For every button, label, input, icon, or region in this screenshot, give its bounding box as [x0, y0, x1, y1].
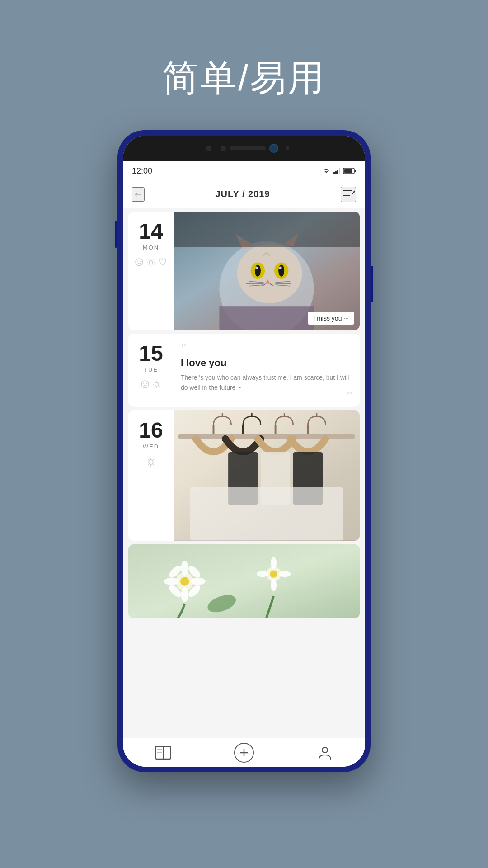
svg-line-56 — [155, 386, 155, 387]
card-15-text: " I love you There 's you who can always… — [174, 334, 360, 407]
svg-point-95 — [257, 571, 268, 577]
svg-point-12 — [140, 261, 141, 262]
svg-line-64 — [153, 459, 154, 460]
nav-user-item[interactable] — [311, 739, 338, 766]
phone-screen: 12:00 — [123, 136, 365, 767]
svg-rect-44 — [219, 306, 314, 330]
user-icon — [317, 745, 333, 760]
photo-caption-14: I miss you ··· — [308, 312, 354, 325]
svg-rect-43 — [174, 212, 360, 247]
svg-point-35 — [279, 267, 281, 269]
svg-point-84 — [181, 587, 188, 602]
front-camera-left — [206, 146, 211, 151]
card-15-date: 15 TUE — [128, 334, 174, 407]
card-14-icons — [135, 258, 167, 268]
svg-line-54 — [159, 386, 160, 387]
card-14[interactable]: 14 MON — [128, 212, 360, 330]
svg-rect-0 — [333, 172, 335, 174]
card-16-date: 16 WED — [128, 410, 174, 540]
svg-point-92 — [270, 570, 277, 577]
flower-illustration — [128, 544, 360, 618]
svg-rect-1 — [335, 171, 337, 174]
svg-line-63 — [153, 464, 154, 465]
quote-body: There 's you who can always trust me. I … — [181, 373, 352, 393]
heart-icon — [159, 258, 167, 268]
app-status-bar: 12:00 — [123, 161, 365, 181]
svg-point-11 — [137, 261, 138, 262]
card-15-icons — [141, 380, 161, 390]
svg-point-85 — [164, 577, 179, 585]
card-14-date: 14 MON — [128, 212, 174, 330]
front-camera-right — [269, 144, 278, 153]
svg-point-82 — [180, 577, 189, 586]
card-17-photo — [128, 544, 360, 618]
card-17-partial — [128, 544, 360, 618]
svg-rect-79 — [190, 487, 343, 541]
page-title: 简单/易用 — [162, 54, 326, 103]
quote-close: " — [181, 392, 352, 400]
sort-button[interactable] — [341, 187, 356, 202]
card-15[interactable]: 15 TUE — [128, 334, 360, 407]
nav-book-item[interactable] — [150, 739, 177, 766]
svg-point-93 — [271, 557, 277, 568]
svg-point-33 — [278, 265, 284, 277]
day-name-mon: MON — [143, 244, 159, 251]
app-content: 14 MON — [123, 208, 365, 738]
status-time: 12:00 — [132, 166, 152, 176]
svg-point-34 — [255, 267, 258, 269]
svg-line-19 — [153, 264, 154, 265]
svg-point-13 — [149, 260, 153, 264]
status-icons — [322, 168, 356, 174]
quote-title: I love you — [181, 357, 352, 369]
day-name-wed: WED — [143, 443, 159, 450]
card-16-photo — [174, 410, 360, 540]
svg-point-32 — [255, 265, 261, 277]
svg-line-20 — [153, 260, 154, 261]
svg-point-105 — [322, 747, 328, 753]
plus-icon — [239, 747, 249, 758]
svg-point-96 — [279, 571, 291, 577]
clothes-illustration — [174, 410, 360, 540]
phone-notch — [123, 136, 365, 161]
svg-rect-5 — [355, 170, 356, 172]
book-icon — [155, 746, 171, 760]
wifi-icon — [322, 168, 331, 174]
card-14-photo: I miss you ··· — [174, 212, 360, 330]
notch-dot — [286, 146, 289, 150]
day-number-15: 15 — [139, 343, 163, 364]
phone-frame: 12:00 — [117, 130, 371, 772]
svg-point-57 — [149, 460, 153, 464]
svg-point-94 — [271, 579, 277, 591]
bottom-navigation — [123, 738, 365, 767]
day-name-tue: TUE — [144, 366, 158, 373]
smile-icon-15 — [141, 380, 149, 390]
back-button[interactable]: ← — [132, 187, 145, 202]
svg-rect-3 — [339, 168, 340, 174]
card-16-icons — [146, 457, 156, 469]
svg-point-25 — [237, 244, 302, 303]
svg-point-47 — [146, 383, 147, 384]
svg-line-21 — [149, 264, 150, 265]
earpiece-speaker — [230, 146, 266, 150]
svg-line-62 — [148, 459, 149, 460]
smile-icon — [135, 258, 143, 268]
app-header: ← JULY / 2019 — [123, 181, 365, 208]
svg-point-46 — [143, 383, 144, 384]
card-16[interactable]: 16 WED — [128, 410, 360, 540]
quote-open: " — [181, 341, 352, 355]
phone-side-button-left — [115, 221, 117, 248]
svg-rect-80 — [128, 544, 360, 618]
nav-add-item[interactable] — [230, 739, 258, 766]
day-number-14: 14 — [139, 221, 163, 242]
svg-rect-2 — [337, 170, 338, 174]
svg-point-10 — [136, 259, 143, 266]
day-number-16: 16 — [139, 420, 163, 441]
battery-icon — [343, 168, 356, 174]
svg-point-86 — [191, 577, 206, 585]
svg-point-83 — [181, 561, 188, 576]
svg-line-53 — [155, 382, 155, 382]
header-title: JULY / 2019 — [215, 189, 270, 199]
svg-line-18 — [149, 260, 150, 261]
svg-line-55 — [159, 382, 160, 382]
svg-point-48 — [155, 382, 159, 386]
